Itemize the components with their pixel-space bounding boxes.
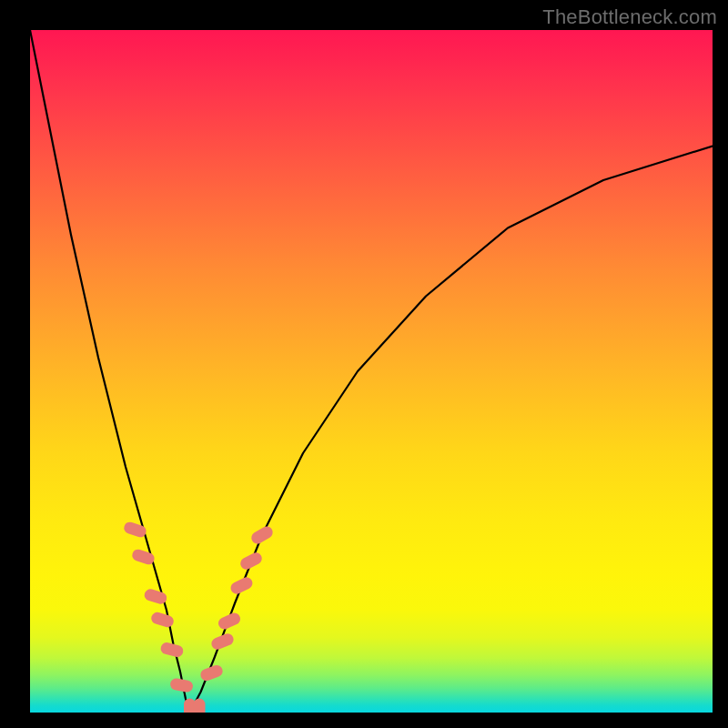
curve-bead xyxy=(143,588,168,605)
curve-bead xyxy=(123,521,148,539)
curve-bead xyxy=(159,642,184,659)
left-curve xyxy=(30,30,190,713)
curve-bead xyxy=(217,611,242,631)
curve-bead xyxy=(249,524,275,546)
outer-frame: TheBottleneck.com xyxy=(0,0,728,728)
right-curve xyxy=(190,147,713,713)
watermark-text: TheBottleneck.com xyxy=(542,5,717,29)
curve-bead xyxy=(169,677,194,693)
plot-area xyxy=(30,30,713,713)
bead-group xyxy=(123,521,275,713)
curve-bead xyxy=(238,551,264,571)
curve-bead xyxy=(228,575,254,596)
curve-layer xyxy=(30,30,713,713)
curve-bead xyxy=(150,611,176,628)
curve-bead xyxy=(194,699,206,713)
